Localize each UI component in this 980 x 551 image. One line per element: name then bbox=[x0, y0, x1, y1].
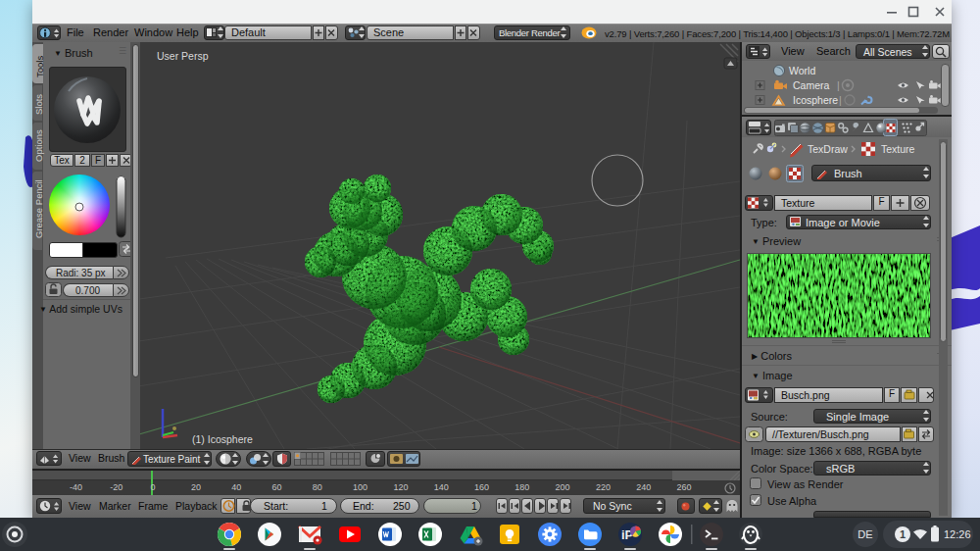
svg-text:World: World bbox=[789, 65, 815, 76]
svg-text:Icosphere: Icosphere bbox=[793, 94, 838, 106]
svg-text:Camera: Camera bbox=[793, 79, 830, 91]
svg-text:12:26: 12:26 bbox=[944, 528, 971, 540]
svg-text:TexDraw: TexDraw bbox=[808, 143, 848, 155]
svg-text:|: | bbox=[839, 94, 842, 106]
svg-text:Texture: Texture bbox=[881, 143, 915, 155]
svg-text:1: 1 bbox=[900, 528, 906, 540]
svg-text:DE: DE bbox=[858, 528, 872, 540]
svg-text:|: | bbox=[837, 79, 840, 91]
